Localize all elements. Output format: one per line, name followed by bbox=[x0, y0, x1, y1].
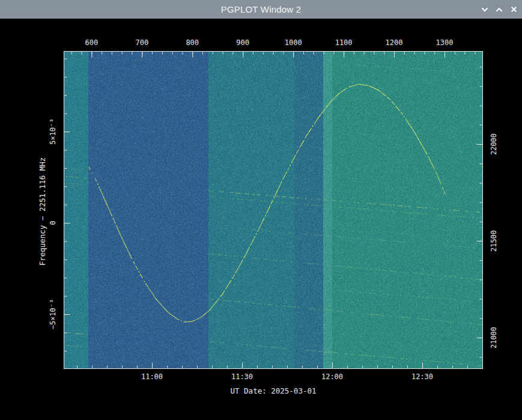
spectrogram-canvas[interactable] bbox=[64, 51, 483, 369]
titlebar[interactable]: PGPLOT Window 2 bbox=[0, 0, 522, 19]
close-button[interactable] bbox=[509, 4, 518, 16]
top-axis-tick-label: 700 bbox=[135, 38, 148, 47]
window-controls bbox=[480, 0, 518, 19]
close-icon bbox=[511, 6, 517, 13]
bottom-axis-tick-label: 11:00 bbox=[141, 373, 163, 381]
shade-button[interactable] bbox=[480, 4, 490, 16]
top-axis-tick-label: 600 bbox=[85, 38, 98, 47]
bottom-axis-title: UT Date: 2025-03-01 bbox=[231, 386, 317, 395]
right-axis-tick-label: 22000 bbox=[490, 133, 498, 155]
right-axis-tick-label: 21500 bbox=[490, 230, 498, 252]
top-axis-tick-label: 1300 bbox=[436, 38, 454, 47]
chevron-up-icon bbox=[496, 6, 503, 13]
top-axis-tick-label: 800 bbox=[186, 38, 199, 47]
left-axis-title: Frequency − 2251.116 MHz bbox=[38, 157, 47, 266]
bottom-axis-tick-label: 11:30 bbox=[231, 373, 253, 381]
left-axis-tick-label: 5×10⁻³ bbox=[49, 118, 57, 144]
top-axis-tick-label: 1000 bbox=[285, 38, 302, 47]
left-axis-tick-label: −5×10⁻³ bbox=[49, 299, 57, 330]
right-axis-tick-label: 21000 bbox=[490, 327, 498, 348]
top-axis-tick-label: 1100 bbox=[335, 38, 353, 47]
bottom-axis-tick-label: 12:30 bbox=[411, 373, 433, 381]
chevron-down-icon bbox=[481, 6, 488, 13]
bottom-axis-tick-label: 12:00 bbox=[321, 373, 343, 381]
window-title: PGPLOT Window 2 bbox=[0, 0, 522, 19]
pgplot-window: PGPLOT Window 2 600700800900100011001200… bbox=[0, 0, 522, 420]
top-axis-tick-label: 900 bbox=[236, 38, 249, 47]
left-axis-tick-label: 0 bbox=[49, 221, 57, 225]
top-axis-tick-label: 1200 bbox=[386, 38, 403, 47]
maximize-button[interactable] bbox=[494, 4, 504, 16]
